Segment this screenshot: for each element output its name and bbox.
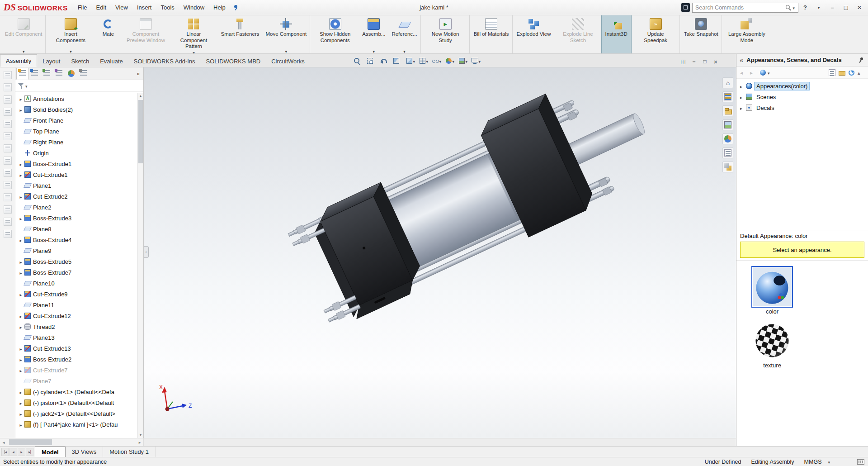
window-split-icon[interactable]: [678, 57, 688, 66]
panel-tab[interactable]: [77, 68, 90, 80]
quick-tool-11-icon[interactable]: [4, 193, 12, 201]
feature-tree-item[interactable]: Thread2: [15, 321, 143, 332]
panel-tab[interactable]: [65, 68, 77, 80]
expand-arrow-icon[interactable]: [18, 345, 24, 352]
pin-menubar-icon[interactable]: [233, 5, 239, 11]
quick-tool-5-icon[interactable]: [4, 120, 12, 128]
feature-tree-item[interactable]: Cut-Extrude1: [15, 169, 143, 180]
feature-tree-item[interactable]: Front Plane: [15, 115, 143, 126]
up-level-icon[interactable]: [858, 69, 864, 76]
quick-tool-7-icon[interactable]: [4, 144, 12, 152]
expand-arrow-icon[interactable]: [18, 237, 24, 243]
headsup-button[interactable]: [404, 56, 416, 66]
expand-arrow-icon[interactable]: [18, 269, 24, 276]
feature-tree-item[interactable]: Plane7: [15, 376, 143, 386]
ribbon-button[interactable]: Large Assembly Mode: [723, 15, 771, 53]
quick-tool-4-icon[interactable]: [4, 108, 12, 116]
ribbon-button[interactable]: Mate: [94, 15, 122, 53]
tree-horizontal-scrollbar[interactable]: [0, 438, 144, 446]
last-tab-icon[interactable]: [26, 448, 33, 456]
display-options-icon[interactable]: [829, 69, 835, 76]
ribbon-button[interactable]: Update Speedpak: [632, 15, 680, 53]
expand-arrow-icon[interactable]: [18, 193, 24, 200]
panel-tab[interactable]: [53, 68, 65, 80]
document-tab[interactable]: Model: [35, 447, 66, 457]
search-input[interactable]: [695, 5, 785, 11]
headsup-button[interactable]: [457, 56, 469, 66]
scrollbar-thumb[interactable]: [9, 439, 52, 445]
graphics-viewport[interactable]: X Z: [144, 67, 736, 438]
feature-tree-item[interactable]: (-) cylander<1> (Default<<Defa: [15, 386, 143, 397]
appearances-tree-item[interactable]: Appearances(color): [736, 81, 868, 91]
feature-tree-item[interactable]: Boss-Extrude3: [15, 213, 143, 223]
expand-arrow-icon[interactable]: [18, 410, 24, 417]
ribbon-button[interactable]: Referenc...: [388, 15, 420, 53]
search-scope-icon[interactable]: [681, 3, 690, 12]
menu-item[interactable]: Insert: [132, 2, 156, 13]
expand-arrow-icon[interactable]: [18, 291, 24, 298]
color-appearance-thumbnail[interactable]: [753, 267, 792, 306]
command-tab[interactable]: Evaluate: [94, 55, 128, 67]
menu-item[interactable]: Window: [179, 2, 209, 13]
command-tab[interactable]: Sketch: [66, 55, 94, 67]
login-dropdown-icon[interactable]: [812, 2, 826, 14]
feature-tree-item[interactable]: Plane9: [15, 245, 143, 256]
scroll-down-icon[interactable]: [138, 432, 143, 438]
expand-arrow-icon[interactable]: [18, 106, 24, 113]
menu-item[interactable]: File: [73, 2, 92, 13]
quick-tool-10-icon[interactable]: [4, 181, 12, 189]
expand-arrow-icon[interactable]: [18, 313, 24, 319]
task-pane-tab[interactable]: [722, 119, 733, 130]
dropdown-caret-icon[interactable]: [769, 69, 770, 76]
minimize-button[interactable]: [826, 2, 839, 14]
ribbon-button[interactable]: Instant3D: [602, 15, 631, 53]
command-tab[interactable]: SOLIDWORKS Add-Ins: [128, 55, 201, 67]
feature-tree-item[interactable]: Origin: [15, 147, 143, 158]
headsup-button[interactable]: [378, 56, 390, 66]
headsup-button[interactable]: [417, 56, 429, 66]
document-tab[interactable]: Motion Study 1: [103, 447, 156, 457]
new-folder-icon[interactable]: [839, 71, 845, 76]
ribbon-button[interactable]: Bill of Materials: [471, 15, 513, 53]
scroll-left-icon[interactable]: [0, 438, 7, 446]
feature-tree-item[interactable]: Boss-Extrude7: [15, 267, 143, 278]
window-close-icon[interactable]: [711, 57, 721, 66]
ribbon-button[interactable]: Linear Component Pattern: [170, 15, 217, 53]
task-pane-tab[interactable]: [722, 105, 733, 116]
pin-pane-icon[interactable]: [858, 57, 864, 63]
texture-appearance-thumbnail[interactable]: [753, 321, 792, 360]
ribbon-button[interactable]: Explode Line Sketch: [554, 15, 602, 53]
expand-arrow-icon[interactable]: [18, 215, 24, 222]
quick-tool-14-icon[interactable]: [4, 230, 12, 238]
expand-arrow-icon[interactable]: [18, 399, 24, 406]
ribbon-button[interactable]: Smart Fasteners: [217, 15, 262, 53]
expand-arrow-icon[interactable]: [18, 389, 24, 395]
feature-tree-item[interactable]: (-) jack2<1> (Default<<Default>: [15, 408, 143, 419]
feature-tree-item[interactable]: Plane2: [15, 202, 143, 213]
task-pane-tab[interactable]: [722, 77, 733, 88]
panel-tab[interactable]: [28, 68, 41, 80]
feature-tree-item[interactable]: Boss-Extrude1: [15, 158, 143, 169]
appearance-filter-icon[interactable]: [760, 70, 766, 76]
quick-tool-12-icon[interactable]: [4, 205, 12, 214]
tree-vertical-scrollbar[interactable]: [137, 93, 143, 438]
headsup-button[interactable]: [430, 56, 443, 66]
quick-tool-8-icon[interactable]: [4, 157, 12, 165]
feature-tree-item[interactable]: Boss-Extrude4: [15, 234, 143, 245]
feature-tree-item[interactable]: Cut-Extrude13: [15, 343, 143, 354]
expand-arrow-icon[interactable]: [18, 367, 24, 374]
expand-arrow-icon[interactable]: [18, 323, 24, 330]
command-tab[interactable]: SOLIDWORKS MBD: [201, 55, 266, 67]
scrollbar-thumb[interactable]: [138, 100, 143, 163]
task-pane-tab[interactable]: [722, 147, 733, 158]
headsup-button[interactable]: [470, 56, 482, 66]
feature-tree-item[interactable]: Boss-Extrude5: [15, 256, 143, 267]
filter-caret-icon[interactable]: [24, 82, 28, 89]
close-button[interactable]: [853, 2, 866, 14]
expand-arrow-icon[interactable]: [18, 161, 24, 167]
panel-tab[interactable]: [16, 68, 28, 80]
feature-tree-item[interactable]: Plane8: [15, 223, 143, 234]
feature-tree-item[interactable]: Plane13: [15, 332, 143, 343]
appearances-tree-item[interactable]: Scenes: [736, 91, 868, 102]
scrollbar-track[interactable]: [7, 438, 136, 446]
